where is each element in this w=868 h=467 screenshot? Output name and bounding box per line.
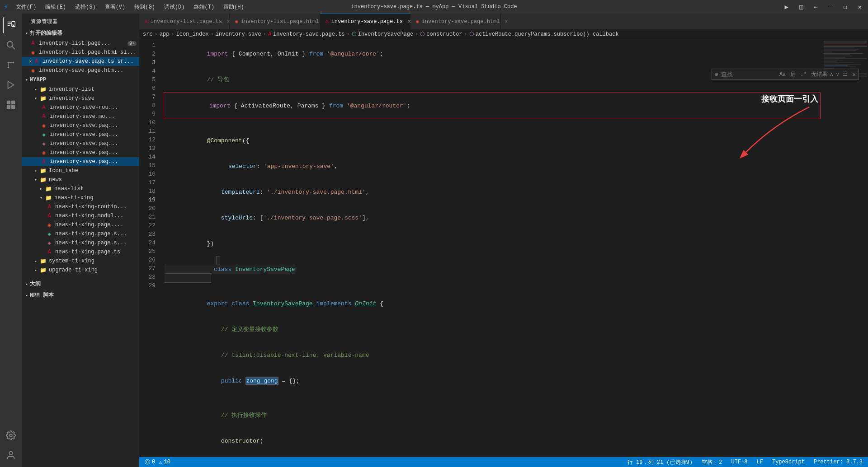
tree-newstixing[interactable]: ▾ 📁 news-ti-xing xyxy=(22,193,139,202)
close-button[interactable]: ✕ xyxy=(855,2,864,12)
file-invsave-ts: inventory-save.pag... xyxy=(50,159,118,165)
search-more-btn[interactable]: ☰ xyxy=(843,71,848,78)
line-num-13: 13 xyxy=(139,144,156,153)
sidebar: 资源管理器 ▾ 打开的编辑器 A inventory-list.page... … xyxy=(22,14,139,467)
line-num-12: 12 xyxy=(139,135,156,144)
outline-header[interactable]: ▸ 大纲 xyxy=(22,278,139,290)
breadcrumb-src[interactable]: src xyxy=(143,31,153,37)
line-ending[interactable]: LF xyxy=(755,459,765,465)
activity-git[interactable] xyxy=(3,57,19,73)
tree-news-modul[interactable]: A news-ti-xing.modul... xyxy=(22,211,139,220)
code-content[interactable]: import { Component, OnInit } from '@angu… xyxy=(161,39,823,457)
tab-close-2[interactable]: × xyxy=(407,18,411,25)
menu-select[interactable]: 选择(S) xyxy=(71,2,99,12)
minimize-button[interactable]: — xyxy=(826,2,835,11)
tree-invsave-scss[interactable]: ◈ inventory-save.pag... xyxy=(22,139,139,148)
tab-label-3: inventory-save.page.html xyxy=(422,19,500,25)
open-editor-item-3[interactable]: ◉ inventory-save.page.htm... xyxy=(22,66,139,75)
tree-newslist[interactable]: ▸ 📁 news-list xyxy=(22,184,139,193)
encoding[interactable]: UTF-8 xyxy=(730,459,750,465)
line-num-11: 11 xyxy=(139,127,156,135)
search-next-btn[interactable]: ∨ xyxy=(836,71,839,78)
breadcrumb-sep-7: › xyxy=(464,31,467,37)
tree-upgrade[interactable]: ▸ 📁 upgrade-ti-xing xyxy=(22,266,139,275)
tree-news-page-html[interactable]: ◉ news-ti-xing.page.... xyxy=(22,220,139,229)
open-editor-item-2[interactable]: ✕ A inventory-save.page.ts sr... xyxy=(22,57,139,66)
breadcrumb-iconindex[interactable]: Icon_index xyxy=(176,31,209,37)
breadcrumb-app[interactable]: app xyxy=(160,31,170,37)
tree-news-page-scss[interactable]: ◈ news-ti-xing.page.s... xyxy=(22,238,139,248)
line-num-20: 20 xyxy=(139,204,156,213)
open-editors-header[interactable]: ▾ 打开的编辑器 xyxy=(22,28,139,39)
activity-settings[interactable] xyxy=(3,427,19,444)
split-editor-button[interactable]: ◫ xyxy=(797,2,806,12)
tab-1[interactable]: ◉ inventory-list.page.html xyxy=(230,14,320,29)
search-close-btn[interactable]: ✕ xyxy=(852,71,856,78)
tree-invsave-spec[interactable]: ◈ inventory-save.pag... xyxy=(22,130,139,139)
tree-invsave-mod[interactable]: A inventory-save.mo... xyxy=(22,112,139,121)
more-button[interactable]: ⋯ xyxy=(811,2,820,12)
tab-close-0[interactable]: × xyxy=(226,18,230,25)
tree-news-page-spec[interactable]: ◈ news-ti-xing.page.s... xyxy=(22,229,139,238)
search-prev-btn[interactable]: ∧ xyxy=(830,71,833,78)
cursor-position[interactable]: 行 19，列 21 (已选择9) xyxy=(626,458,694,466)
tab-close-3[interactable]: × xyxy=(504,18,508,25)
tree-invsave-html[interactable]: ◉ inventory-save.pag... xyxy=(22,121,139,130)
npm-scripts-header[interactable]: ▸ NPM 脚本 xyxy=(22,290,139,301)
tree-invsave-rou[interactable]: A inventory-save-rou... xyxy=(22,103,139,112)
maximize-button[interactable]: ◻ xyxy=(840,2,849,12)
minimap-line-7 xyxy=(824,49,859,50)
tree-news[interactable]: ▾ 📁 news xyxy=(22,175,139,184)
line-num-23: 23 xyxy=(139,230,156,238)
menu-debug[interactable]: 调试(D) xyxy=(160,2,189,12)
indentation[interactable]: 空格: 2 xyxy=(700,458,724,466)
tab-icon-0: A xyxy=(145,19,148,24)
tree-system[interactable]: ▸ 📁 system-ti-xing xyxy=(22,257,139,266)
tree-item-invsave[interactable]: ▾ 📁 inventory-save xyxy=(22,94,139,103)
language-mode[interactable]: TypeScript xyxy=(770,459,807,465)
tab-3[interactable]: ◉ inventory-save.page.html × xyxy=(410,14,501,29)
minimap[interactable] xyxy=(823,39,868,457)
open-editor-item-0[interactable]: A inventory-list.page... 9+ xyxy=(22,39,139,48)
search-input[interactable] xyxy=(721,71,775,78)
tab-2[interactable]: A inventory-save.page.ts × xyxy=(320,14,410,29)
angular-icon-news-ts: A xyxy=(45,248,53,256)
menu-edit[interactable]: 编辑(E) xyxy=(42,2,70,12)
tree-news-rout[interactable]: A news-ti-xing-routin... xyxy=(22,202,139,211)
run-button[interactable]: ▶ xyxy=(782,2,791,12)
whole-word-btn[interactable]: 启 xyxy=(789,70,797,79)
breadcrumb-callback[interactable]: activeRoute.queryParams.subscribe() call… xyxy=(476,31,619,37)
line-num-4: 4 xyxy=(139,67,156,75)
breadcrumb-file[interactable]: inventory-save.page.ts xyxy=(273,31,344,37)
menu-goto[interactable]: 转到(G) xyxy=(131,2,159,12)
tree-icontabe[interactable]: ▸ 📁 Icon_tabe xyxy=(22,166,139,175)
breadcrumb-class[interactable]: InventorySavePage xyxy=(358,31,413,37)
activity-explorer[interactable] xyxy=(3,17,19,33)
chevron-npm-icon: ▸ xyxy=(25,293,28,298)
match-case-btn[interactable]: Aa xyxy=(778,71,787,78)
error-count[interactable]: ⓪ 0 ⚠ 10 xyxy=(143,458,172,466)
menu-file[interactable]: 文件(F) xyxy=(12,2,40,12)
folder-icon-system: 📁 xyxy=(39,257,47,265)
breadcrumb-invsave[interactable]: inventory-save xyxy=(216,31,261,37)
svg-point-1 xyxy=(7,42,13,47)
menu-help[interactable]: 帮助(H) xyxy=(220,2,248,12)
open-editor-item-1[interactable]: ◉ inventory-list.page.html sl... xyxy=(22,48,139,57)
prettier-status[interactable]: Prettier: 3.7.3 xyxy=(812,459,864,465)
activity-accounts[interactable] xyxy=(3,447,19,463)
regex-btn[interactable]: .* xyxy=(799,71,808,78)
tree-invsave-ts[interactable]: A inventory-save.pag... xyxy=(22,157,139,166)
svg-marker-6 xyxy=(8,81,14,89)
tree-invsave-page-html[interactable]: ◉ inventory-save.pag... xyxy=(22,148,139,157)
breadcrumb-constructor[interactable]: constructor xyxy=(426,31,462,37)
tree-news-ts[interactable]: A news-ti-xing.page.ts xyxy=(22,248,139,257)
tree-item-0[interactable]: ▸ 📁 inventory-list xyxy=(22,85,139,94)
tab-0[interactable]: A inventory-list.page.ts × xyxy=(139,14,230,29)
menu-terminal[interactable]: 终端(T) xyxy=(190,2,218,12)
activity-search[interactable] xyxy=(3,37,19,53)
activity-debug[interactable] xyxy=(3,77,19,93)
search-result: 无结果 xyxy=(811,70,827,78)
project-header[interactable]: ▾ MYAPP xyxy=(22,75,139,85)
menu-view[interactable]: 查看(V) xyxy=(101,2,129,12)
activity-extensions[interactable] xyxy=(3,97,19,113)
